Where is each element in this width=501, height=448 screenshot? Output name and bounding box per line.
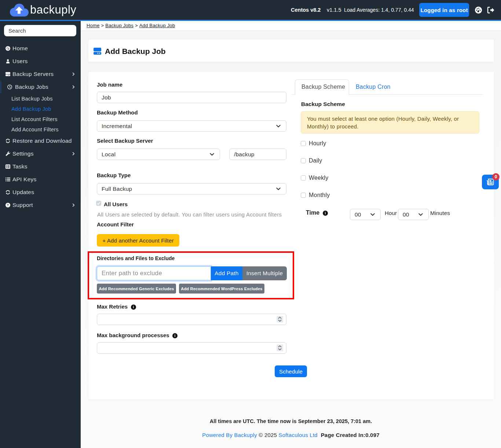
svg-text:?: ? <box>7 203 9 207</box>
